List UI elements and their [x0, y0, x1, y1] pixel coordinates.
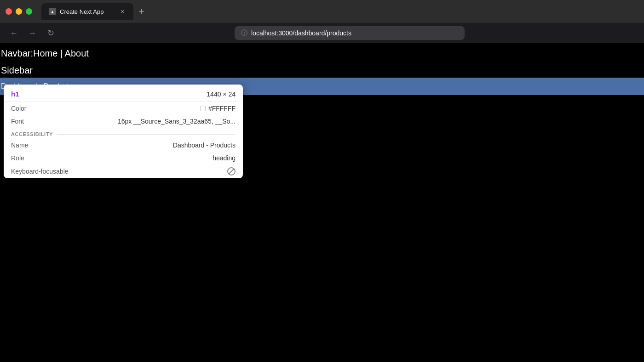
font-label: Font [11, 118, 24, 125]
title-bar: ▲ Create Next App × + [0, 0, 644, 23]
name-label: Name [11, 141, 28, 149]
inspector-keyboard-row: Keyboard-focusable [4, 164, 243, 178]
page-content: Navbar:Home | About Sidebar Dashboard - … [0, 43, 644, 362]
inspector-color-row: Color #FFFFFF [4, 102, 243, 115]
inspector-dimensions: 1440 × 24 [207, 90, 236, 98]
keyboard-value [227, 167, 236, 175]
inspector-tag: h1 [11, 90, 19, 98]
inspector-header: h1 1440 × 24 [4, 85, 243, 102]
color-label: Color [11, 105, 26, 112]
browser-window: ▲ Create Next App × + ← → ↻ ⓘ localhost:… [0, 0, 644, 362]
color-hex: #FFFFFF [208, 105, 236, 112]
address-input[interactable]: ⓘ localhost:3000/dashboard/products [235, 26, 465, 40]
inspector-font-row: Font 16px __Source_Sans_3_32aa65, __So..… [4, 115, 243, 128]
new-tab-button[interactable]: + [135, 5, 148, 19]
role-value: heading [213, 154, 236, 162]
sidebar-text: Sidebar [1, 65, 33, 75]
navbar-text: Navbar:Home | About [1, 48, 89, 58]
color-value: #FFFFFF [200, 105, 236, 112]
accessibility-section: ACCESSIBILITY [4, 128, 243, 139]
not-focusable-icon [227, 167, 236, 175]
navbar: Navbar:Home | About [0, 43, 644, 63]
info-icon: ⓘ [241, 29, 247, 37]
refresh-button[interactable]: ↻ [44, 27, 57, 40]
inspector-role-row: Role heading [4, 152, 243, 164]
tab-close-button[interactable]: × [119, 8, 126, 15]
font-value: 16px __Source_Sans_3_32aa65, __So... [118, 118, 236, 125]
section-divider [57, 134, 236, 135]
sidebar: Sidebar [0, 63, 644, 78]
traffic-lights [6, 8, 32, 15]
close-button[interactable] [6, 8, 12, 15]
url-text: localhost:3000/dashboard/products [251, 29, 351, 37]
address-bar: ← → ↻ ⓘ localhost:3000/dashboard/product… [0, 23, 644, 43]
forward-button[interactable]: → [26, 27, 39, 40]
inspector-tooltip: h1 1440 × 24 Color #FFFFFF Font 16px __S… [4, 85, 243, 178]
name-value: Dashboard - Products [173, 141, 236, 149]
inspector-name-row: Name Dashboard - Products [4, 139, 243, 152]
tab-favicon: ▲ [49, 8, 56, 15]
maximize-button[interactable] [26, 8, 32, 15]
minimize-button[interactable] [16, 8, 22, 15]
back-button[interactable]: ← [7, 27, 20, 40]
color-swatch [200, 106, 206, 111]
tab-title: Create Next App [60, 8, 104, 15]
active-tab[interactable]: ▲ Create Next App × [41, 3, 133, 20]
tab-bar: ▲ Create Next App × + [41, 3, 638, 20]
keyboard-label: Keyboard-focusable [11, 168, 69, 175]
role-label: Role [11, 154, 24, 162]
accessibility-label: ACCESSIBILITY [11, 131, 53, 137]
